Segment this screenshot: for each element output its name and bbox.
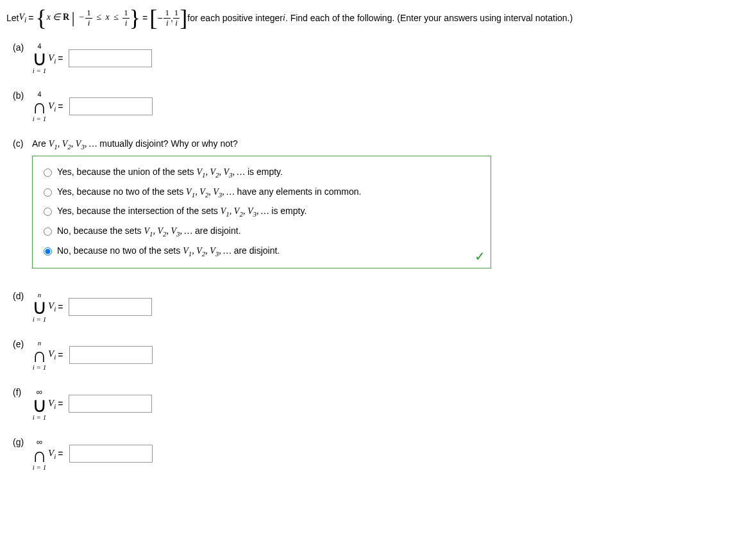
vi-f: Vi [48,398,56,410]
answer-input-g[interactable] [69,445,153,463]
v-list: V1, V2, V3, … [49,139,97,149]
answer-input-a[interactable] [69,49,152,67]
frac-4: 1i [173,8,180,28]
lbracket-icon: [ [149,6,157,29]
union-icon: ∪ [32,295,47,318]
vi-d: Vi [48,301,56,313]
answer-input-b[interactable] [69,97,153,115]
part-d: (d) n ∪ i = 1 Vi = [13,291,734,323]
intersect-operator-e: n ∩ i = 1 [32,339,47,371]
intro-pre: Let [6,13,19,23]
setbuilder: x ∈ R | −1i ≤ x ≤ 1i [47,8,130,28]
part-a: (a) 4 ∪ i = 1 Vi = [13,42,734,74]
intersect-operator-g: ∞ ∩ i = 1 [32,437,47,471]
answer-input-f[interactable] [69,395,152,413]
part-c: (c) Are V1, V2, V3, … mutually disjoint?… [6,138,734,268]
intersect-icon: ∩ [32,443,47,466]
vi-e: Vi [48,349,56,361]
part-c-question: (c) Are V1, V2, V3, … mutually disjoint?… [32,138,734,151]
frac-2: 1i [122,8,130,28]
part-b-label: (b) [13,90,32,101]
union-operator-f: ∞ ∪ i = 1 [32,387,47,421]
equals: = [28,13,33,23]
answer-input-e[interactable] [69,346,153,364]
option-text-1: Yes, because no two of the sets V1, V2, … [57,186,361,199]
mc-option-4[interactable]: No, because no two of the sets V1, V2, V… [40,242,483,261]
part-d-label: (d) [13,291,32,301]
intersect-operator: 4 ∩ i = 1 [32,90,47,122]
radio-1[interactable] [44,188,52,197]
vi-g: Vi [48,448,56,460]
mc-answer-box: Yes, because the union of the sets V1, V… [32,156,491,268]
radio-0[interactable] [44,169,52,177]
part-g-label: (g) [13,437,32,447]
option-text-3: No, because the sets V1, V2, V3, … are d… [57,226,241,238]
lbrace-icon: { [35,6,46,29]
question-intro: Let Vi = { x ∈ R | −1i ≤ x ≤ 1i } = [ −1… [6,6,734,29]
vi-symbol: Vi [19,12,26,24]
frac-3: 1i [164,8,171,28]
radio-2[interactable] [44,208,52,216]
option-text-4: No, because no two of the sets V1, V2, V… [57,245,280,258]
mid-bar-icon: | [72,8,80,27]
option-text-0: Yes, because the union of the sets V1, V… [57,167,283,179]
part-e-label: (e) [13,339,32,349]
part-b: (b) 4 ∩ i = 1 Vi = [13,90,734,122]
part-e: (e) n ∩ i = 1 Vi = [13,339,734,371]
frac-1: 1i [85,8,92,28]
answer-input-d[interactable] [69,298,152,316]
union-operator-d: n ∪ i = 1 [32,291,47,323]
part-a-label: (a) [13,42,32,53]
part-f-label: (f) [13,387,32,397]
vi-a: Vi [48,53,56,65]
rbracket-icon: ] [180,6,187,29]
check-icon: ✓ [475,249,485,264]
intersect-icon: ∩ [32,95,47,118]
intro-post: for each positive integer [187,13,283,23]
mc-option-3[interactable]: No, because the sets V1, V2, V3, … are d… [40,222,483,242]
vi-b: Vi [48,101,56,113]
union-operator: 4 ∪ i = 1 [32,42,47,74]
radio-3[interactable] [44,227,52,236]
radio-4[interactable] [44,247,52,256]
mc-option-0[interactable]: Yes, because the union of the sets V1, V… [40,163,483,183]
option-text-2: Yes, because the intersection of the set… [57,206,307,218]
part-c-label: (c) [13,138,32,151]
mc-option-2[interactable]: Yes, because the intersection of the set… [40,202,483,222]
union-icon: ∪ [32,393,47,416]
part-f: (f) ∞ ∪ i = 1 Vi = [13,387,734,421]
part-g: (g) ∞ ∩ i = 1 Vi = [13,437,734,471]
union-icon: ∪ [32,47,47,70]
mc-option-1[interactable]: Yes, because no two of the sets V1, V2, … [40,183,483,202]
rbrace-icon: } [130,6,140,29]
intersect-icon: ∩ [32,343,47,366]
